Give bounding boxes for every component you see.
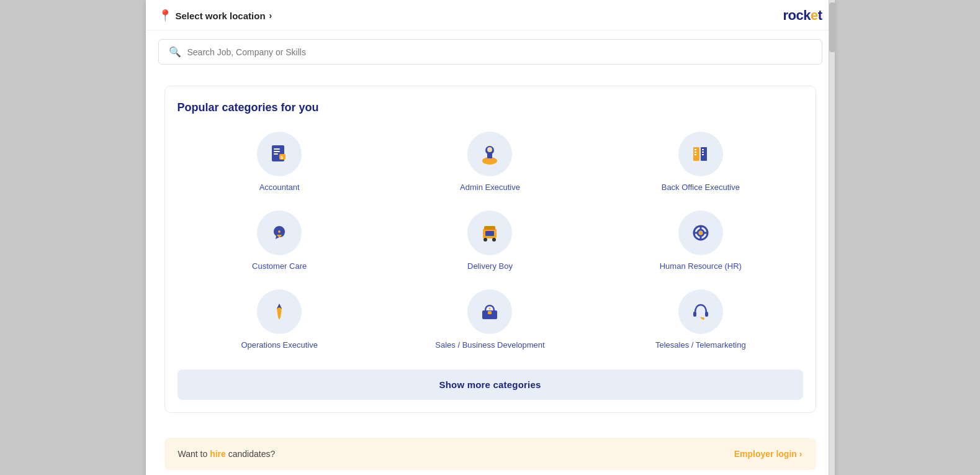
telesales-label: Telesales / Telemarketing [655, 340, 746, 350]
backoffice-label: Back Office Executive [662, 183, 740, 192]
show-more-button[interactable]: Show more categories [178, 369, 803, 400]
svg-rect-13 [695, 154, 696, 155]
accountant-icon-wrapper: $ [257, 132, 302, 176]
svg-rect-3 [274, 153, 278, 155]
operations-icon-wrapper [257, 289, 302, 334]
telesales-icon-wrapper [678, 289, 723, 334]
backoffice-icon-wrapper [678, 132, 723, 176]
backoffice-icon [689, 142, 713, 166]
location-chevron-icon: › [269, 11, 272, 20]
customercare-icon [267, 221, 291, 245]
employer-login-label: Employer login [734, 449, 797, 459]
category-item-sales[interactable]: Sales / Business Development [388, 289, 592, 350]
svg-point-30 [699, 231, 703, 235]
admin-icon-wrapper [467, 132, 512, 176]
svg-rect-12 [695, 152, 696, 153]
scrollbar[interactable] [829, 0, 835, 475]
categories-section: Popular categories for you $ [146, 73, 835, 425]
sales-icon [478, 300, 501, 323]
svg-point-35 [489, 308, 491, 310]
svg-rect-1 [274, 148, 280, 150]
category-item-accountant[interactable]: $ Accountant [178, 132, 382, 192]
section-card: Popular categories for you $ [164, 86, 816, 413]
delivery-icon [478, 221, 501, 245]
delivery-icon-wrapper [467, 210, 512, 255]
svg-point-18 [278, 230, 281, 233]
svg-rect-2 [274, 151, 280, 152]
svg-point-22 [492, 238, 496, 242]
employer-banner: Want to hire candidates? Employer login … [164, 438, 816, 470]
svg-text:$: $ [281, 155, 283, 160]
categories-grid: $ Accountant [178, 132, 803, 350]
scrollbar-thumb[interactable] [829, 2, 835, 52]
sales-label: Sales / Business Development [435, 340, 544, 350]
sales-icon-wrapper [467, 289, 512, 334]
category-item-backoffice[interactable]: Back Office Executive [598, 132, 802, 192]
svg-rect-9 [487, 153, 492, 158]
svg-rect-15 [702, 149, 704, 150]
location-selector[interactable]: 📍 Select work location › [158, 9, 272, 22]
category-item-customercare[interactable]: Customer Care [178, 210, 382, 271]
search-bar-wrapper: 🔍 [146, 30, 835, 73]
accountant-icon: $ [267, 142, 291, 166]
hr-label: Human Resource (HR) [660, 261, 742, 271]
svg-point-21 [483, 238, 487, 242]
operations-icon [267, 300, 291, 323]
category-item-hr[interactable]: Human Resource (HR) [598, 210, 802, 271]
employer-login-link[interactable]: Employer login › [734, 449, 802, 459]
search-input[interactable] [187, 47, 812, 57]
hr-icon-wrapper [678, 210, 723, 255]
admin-label: Admin Executive [460, 183, 520, 192]
location-text: Select work location [176, 11, 266, 21]
svg-rect-11 [695, 149, 696, 150]
telesales-icon [689, 300, 713, 323]
logo-text: rocket [783, 7, 822, 24]
category-item-admin[interactable]: Admin Executive [388, 132, 592, 192]
search-icon: 🔍 [169, 46, 181, 58]
category-item-telesales[interactable]: Telesales / Telemarketing [598, 289, 802, 350]
svg-point-38 [702, 317, 704, 320]
logo: rocket [783, 7, 822, 24]
svg-rect-37 [705, 312, 708, 317]
outer-wrapper: 📍 Select work location › rocket 🔍 Popula… [0, 0, 980, 475]
svg-rect-34 [488, 311, 492, 314]
location-pin-icon: 📍 [158, 9, 172, 22]
customercare-label: Customer Care [252, 261, 307, 271]
employer-login-chevron: › [799, 449, 802, 459]
delivery-label: Delivery Boy [467, 261, 513, 271]
category-item-delivery[interactable]: Delivery Boy [388, 210, 592, 271]
svg-rect-36 [693, 312, 696, 317]
customercare-icon-wrapper [257, 210, 302, 255]
accountant-label: Accountant [259, 183, 300, 192]
admin-icon [478, 142, 501, 166]
svg-rect-23 [484, 226, 495, 230]
top-bar: 📍 Select work location › rocket [146, 0, 835, 30]
svg-rect-17 [702, 154, 704, 155]
employer-banner-text: Want to hire candidates? [178, 449, 276, 459]
section-title: Popular categories for you [178, 101, 803, 114]
operations-label: Operations Executive [241, 340, 318, 350]
svg-point-8 [487, 147, 492, 152]
category-item-operations[interactable]: Operations Executive [178, 289, 382, 350]
search-bar: 🔍 [158, 39, 822, 65]
svg-rect-20 [485, 231, 494, 236]
main-panel: 📍 Select work location › rocket 🔍 Popula… [146, 0, 835, 475]
hr-icon [689, 221, 713, 245]
svg-rect-16 [702, 152, 704, 153]
